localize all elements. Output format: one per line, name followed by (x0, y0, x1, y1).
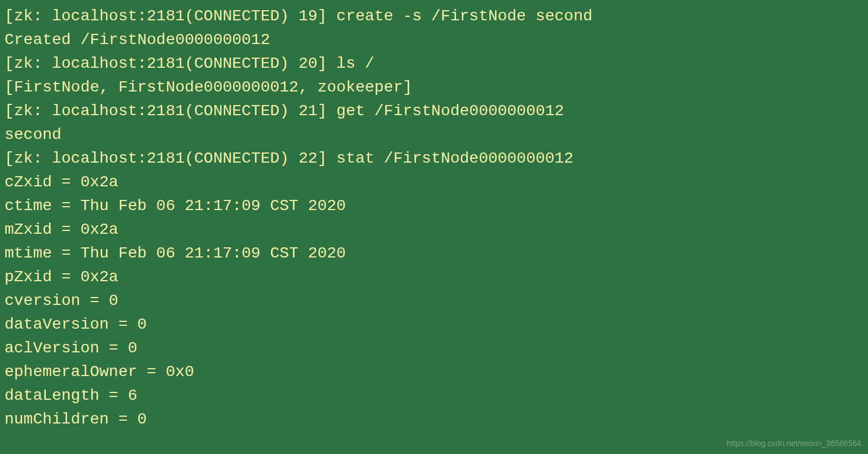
terminal-line: dataLength = 6 (5, 384, 863, 408)
terminal-line: second (5, 123, 863, 147)
terminal-output: [zk: localhost:2181(CONNECTED) 19] creat… (5, 5, 863, 431)
terminal-line: mZxid = 0x2a (5, 218, 863, 242)
terminal-line: ctime = Thu Feb 06 21:17:09 CST 2020 (5, 194, 863, 218)
terminal-line: [FirstNode, FirstNode0000000012, zookeep… (5, 76, 863, 99)
terminal-line: ephemeralOwner = 0x0 (5, 360, 863, 384)
terminal-line: [zk: localhost:2181(CONNECTED) 22] stat … (5, 147, 863, 171)
terminal-line: [zk: localhost:2181(CONNECTED) 19] creat… (5, 5, 863, 28)
terminal-line: [zk: localhost:2181(CONNECTED) 20] ls / (5, 52, 863, 76)
terminal-line: pZxid = 0x2a (5, 265, 863, 289)
terminal-line: [zk: localhost:2181(CONNECTED) 21] get /… (5, 99, 863, 123)
terminal-line: numChildren = 0 (5, 408, 863, 431)
terminal-line: Created /FirstNode0000000012 (5, 28, 863, 52)
terminal-line: cZxid = 0x2a (5, 171, 863, 194)
watermark-text: https://blog.csdn.net/weixin_36586564 (727, 438, 861, 449)
terminal-line: aclVersion = 0 (5, 337, 863, 360)
terminal-line: dataVersion = 0 (5, 313, 863, 337)
terminal-line: mtime = Thu Feb 06 21:17:09 CST 2020 (5, 242, 863, 265)
terminal-line: cversion = 0 (5, 289, 863, 313)
